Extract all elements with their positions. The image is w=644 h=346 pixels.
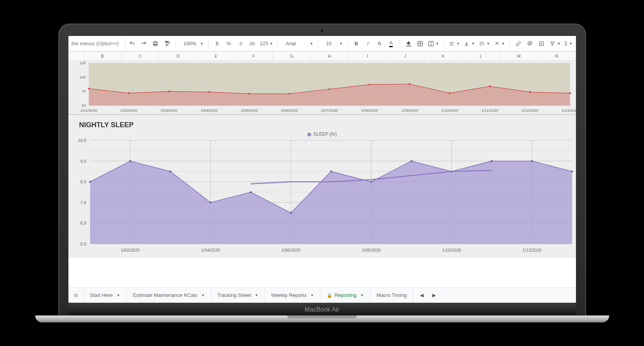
svg-text:6.0: 6.0: [80, 221, 86, 225]
bold-button[interactable]: B: [353, 39, 360, 48]
top-chart[interactable]: 12510075501/01/20201/02/20201/03/20201/0…: [68, 61, 576, 115]
svg-text:10.0: 10.0: [78, 139, 86, 143]
svg-rect-2: [154, 44, 157, 46]
col-header[interactable]: J: [387, 52, 424, 60]
svg-point-82: [290, 212, 292, 214]
sleep-chart[interactable]: NIGHTLY SLEEP SLEEP (hr) 10.09.08.07.06.…: [68, 115, 576, 258]
svg-text:1/08/2020: 1/08/2020: [361, 108, 378, 112]
tab-nav: ◀ ▶: [413, 291, 443, 300]
svg-point-39: [529, 91, 531, 93]
vertical-align-dropdown[interactable]: ▼: [463, 39, 475, 48]
font-size-dropdown[interactable]: 10▼: [323, 39, 342, 48]
svg-rect-3: [406, 46, 411, 46]
svg-text:1/12/2020: 1/12/2020: [521, 108, 538, 112]
svg-point-36: [409, 83, 411, 85]
col-header[interactable]: L: [462, 52, 500, 60]
sheet-tabs: Start Here▼ Estimate Maintenance KCals▼ …: [68, 287, 576, 303]
col-header[interactable]: N: [538, 52, 576, 60]
menu-search[interactable]: [68, 36, 125, 51]
svg-rect-16: [528, 42, 532, 44]
insert-comment-button[interactable]: [526, 39, 534, 48]
svg-text:9.0: 9.0: [80, 159, 86, 164]
svg-point-87: [491, 160, 492, 162]
insert-link-button[interactable]: [515, 39, 522, 48]
laptop-frame: 100%▼ $ % .0 .00 123▼ Arial▼ 10▼: [58, 24, 586, 322]
col-header[interactable]: D: [159, 52, 197, 60]
col-header[interactable]: F: [235, 52, 273, 60]
insert-chart-button[interactable]: [538, 39, 545, 48]
all-sheets-button[interactable]: [68, 288, 84, 303]
merge-cells-dropdown[interactable]: ▼: [428, 39, 439, 48]
more-formats-dropdown[interactable]: 123▼: [260, 39, 273, 48]
col-header[interactable]: B: [84, 52, 122, 60]
laptop-notch: [287, 315, 357, 319]
svg-point-85: [410, 160, 412, 162]
toolbar: 100%▼ $ % .0 .00 123▼ Arial▼ 10▼: [68, 36, 576, 51]
svg-text:1/11/2020: 1/11/2020: [481, 108, 498, 112]
horizontal-align-dropdown[interactable]: ▼: [449, 39, 460, 48]
italic-button[interactable]: I: [364, 39, 372, 48]
svg-point-38: [489, 85, 491, 87]
col-header[interactable]: M: [500, 52, 538, 60]
text-wrap-dropdown[interactable]: ▼: [479, 39, 490, 48]
strikethrough-button[interactable]: S: [376, 39, 383, 48]
borders-button[interactable]: [416, 39, 424, 48]
svg-point-40: [569, 92, 571, 94]
svg-point-84: [370, 181, 372, 183]
sheet-tab-weekly-reports[interactable]: Weekly Reports▼: [265, 288, 320, 303]
decrease-decimal-button[interactable]: .0: [237, 39, 244, 48]
svg-point-33: [288, 93, 290, 95]
percent-button[interactable]: %: [225, 39, 233, 48]
svg-text:1/12/2020: 1/12/2020: [522, 248, 541, 252]
lock-icon: 🔒: [327, 293, 332, 298]
svg-point-77: [89, 181, 91, 183]
svg-point-37: [449, 92, 451, 94]
col-header[interactable]: C: [121, 52, 159, 60]
sleep-chart-legend: SLEEP (hr): [68, 129, 576, 138]
functions-dropdown[interactable]: Σ▼: [564, 39, 572, 48]
undo-button[interactable]: [128, 39, 136, 48]
increase-decimal-button[interactable]: .00: [248, 39, 256, 48]
filter-dropdown[interactable]: ▼: [549, 39, 561, 48]
svg-point-32: [248, 93, 250, 95]
col-header[interactable]: G: [273, 52, 311, 60]
svg-text:8.0: 8.0: [80, 179, 86, 184]
sheet-tab-label: Macro Timing: [377, 292, 407, 298]
svg-text:1/02/2020: 1/02/2020: [120, 108, 137, 112]
tab-next-button[interactable]: ▶: [430, 291, 438, 300]
sheet-tab-label: Start Here: [90, 292, 113, 298]
col-header[interactable]: I: [349, 52, 387, 60]
laptop-base: [35, 315, 609, 322]
font-dropdown[interactable]: Arial▼: [283, 39, 313, 48]
redo-button[interactable]: [140, 39, 148, 48]
sheet-tab-reporting[interactable]: 🔒Reporting▼: [320, 288, 370, 303]
zoom-dropdown[interactable]: 100%▼: [181, 39, 204, 48]
sheet-tab-label: Tracking Sheet: [218, 292, 251, 298]
corner-cell[interactable]: [68, 52, 84, 60]
col-header[interactable]: K: [424, 52, 462, 60]
svg-text:1/05/2020: 1/05/2020: [240, 108, 257, 112]
text-rotation-dropdown[interactable]: ▼: [494, 39, 505, 48]
menu-search-input[interactable]: [72, 41, 122, 46]
currency-button[interactable]: $: [213, 39, 221, 48]
column-headers: B C D E F G H I J K L M N: [68, 51, 576, 61]
svg-text:1/04/2020: 1/04/2020: [201, 108, 218, 112]
sheet-tab-start-here[interactable]: Start Here▼: [84, 288, 127, 303]
col-header[interactable]: H: [311, 52, 349, 60]
print-button[interactable]: [152, 39, 159, 48]
laptop-bezel: 100%▼ $ % .0 .00 123▼ Arial▼ 10▼: [58, 24, 586, 315]
text-color-button[interactable]: A: [387, 39, 395, 48]
sheet-tab-macro-timing[interactable]: Macro Timing: [370, 288, 413, 303]
svg-text:5.0: 5.0: [80, 242, 86, 246]
paint-format-button[interactable]: [163, 39, 171, 48]
svg-text:75: 75: [81, 89, 85, 93]
svg-point-81: [250, 191, 252, 193]
sheet-tab-tracking[interactable]: Tracking Sheet▼: [211, 288, 265, 303]
col-header[interactable]: E: [197, 52, 235, 60]
svg-point-31: [208, 91, 210, 93]
fill-color-button[interactable]: [405, 39, 412, 48]
svg-text:1/06/2020: 1/06/2020: [281, 248, 300, 252]
svg-text:1/08/2020: 1/08/2020: [361, 248, 380, 252]
tab-prev-button[interactable]: ◀: [418, 291, 426, 300]
sheet-tab-estimate-kcals[interactable]: Estimate Maintenance KCals▼: [127, 288, 211, 303]
